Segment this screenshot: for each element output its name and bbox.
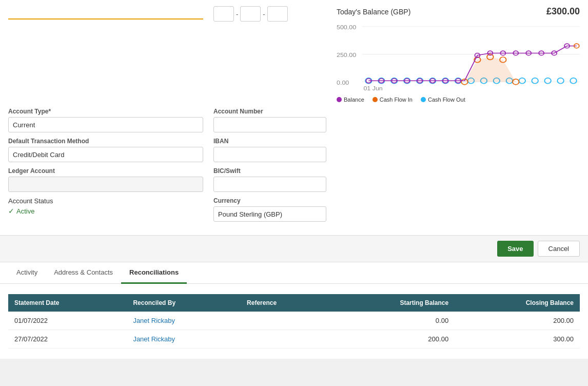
table-row: 01/07/2022 Janet Rickaby 0.00 200.00 (8, 312, 580, 330)
sort-code-part2[interactable] (240, 6, 261, 22)
svg-point-22 (570, 78, 576, 84)
statement-date-2: 27/07/2022 (8, 330, 127, 349)
iban-group: IBAN (213, 138, 326, 162)
tabs-bar: Activity Address & Contacts Reconciliati… (0, 262, 588, 284)
sort-code-dash2: - (263, 10, 265, 18)
starting-balance-1: 0.00 (328, 312, 455, 330)
tab-reconciliations[interactable]: Reconciliations (121, 262, 187, 284)
col-closing-balance: Closing Balance (455, 294, 580, 312)
reconciled-by-1: Janet Rickaby (127, 312, 241, 330)
svg-point-21 (557, 78, 563, 84)
reconciliations-content: Statement Date Reconciled By Reference S… (0, 284, 588, 359)
account-number-label: Account Number (213, 108, 326, 115)
svg-text:250.00: 250.00 (337, 52, 357, 58)
active-checkmark: ✓ (8, 207, 14, 215)
col-starting-balance: Starting Balance (328, 294, 455, 312)
legend-balance-label: Balance (344, 96, 364, 103)
account-number-group: Account Number (213, 108, 326, 132)
account-type-label: Account Type* (8, 108, 203, 115)
col-statement-date: Statement Date (8, 294, 127, 312)
sort-code-part1[interactable] (213, 6, 234, 22)
bic-swift-input[interactable] (213, 177, 326, 192)
bank-name-input[interactable]: Barclays (8, 6, 203, 20)
default-transaction-label: Default Transaction Method (8, 138, 203, 145)
reference-1 (241, 312, 328, 330)
svg-text:500.00: 500.00 (337, 24, 357, 30)
today-balance-value: £300.00 (546, 6, 580, 17)
legend-cashout-label: Cash Flow Out (428, 96, 465, 103)
currency-label: Currency (213, 197, 326, 204)
currency-group: Currency Pound Sterling (GBP) Euro (EUR)… (213, 197, 326, 222)
closing-balance-2: 300.00 (455, 330, 580, 349)
top-section: Barclays - - Today's Balance (GBP) £300.… (0, 0, 588, 236)
svg-text:0.00: 0.00 (337, 80, 349, 86)
legend-cashin-dot (373, 97, 378, 102)
col-reconciled-by: Reconciled By (127, 294, 241, 312)
legend-cashout-dot (421, 97, 426, 102)
bank-name-group: Barclays (8, 6, 203, 103)
reconciled-by-link-2[interactable]: Janet Rickaby (133, 335, 175, 343)
today-balance-label: Today's Balance (GBP) (337, 8, 410, 16)
account-type-select[interactable]: Current Savings Credit Card (8, 117, 203, 132)
bic-swift-label: BIC/Swift (213, 167, 326, 175)
spacer-right2 (337, 138, 580, 162)
ledger-account-group: Ledger Account 1490 (8, 167, 203, 192)
action-bar: Save Cancel (0, 236, 588, 262)
chart-legend: Balance Cash Flow In Cash Flow Out (337, 96, 580, 103)
table-body: 01/07/2022 Janet Rickaby 0.00 200.00 27/… (8, 312, 580, 349)
iban-input[interactable] (213, 147, 326, 162)
svg-marker-23 (464, 57, 516, 82)
reconciliations-table: Statement Date Reconciled By Reference S… (8, 294, 580, 349)
closing-balance-1: 200.00 (455, 312, 580, 330)
account-number-input[interactable] (213, 117, 326, 132)
sort-code-part3[interactable] (267, 6, 288, 22)
default-transaction-group: Default Transaction Method Credit/Debit … (8, 138, 203, 162)
svg-point-20 (544, 78, 551, 84)
spacer-right3 (337, 167, 580, 192)
table-row: 27/07/2022 Janet Rickaby 200.00 300.00 (8, 330, 580, 349)
table-header-row: Statement Date Reconciled By Reference S… (8, 294, 580, 312)
save-button[interactable]: Save (497, 241, 533, 257)
iban-label: IBAN (213, 138, 326, 145)
chart-area: Today's Balance (GBP) £300.00 500.00 250… (337, 6, 580, 103)
bic-swift-group: BIC/Swift (213, 167, 326, 192)
account-status-label: Account Status (8, 197, 203, 205)
sort-code-dash1: - (236, 10, 238, 18)
currency-select[interactable]: Pound Sterling (GBP) Euro (EUR) US Dolla… (213, 206, 326, 222)
tab-activity[interactable]: Activity (8, 262, 46, 284)
cancel-button[interactable]: Cancel (538, 241, 580, 257)
balance-chart: 500.00 250.00 0.00 (337, 21, 580, 93)
tab-address-contacts[interactable]: Address & Contacts (46, 262, 121, 284)
starting-balance-2: 200.00 (328, 330, 455, 349)
ledger-account-label: Ledger Account (8, 167, 203, 175)
spacer-right1 (337, 108, 580, 132)
statement-date-1: 01/07/2022 (8, 312, 127, 330)
account-type-group: Account Type* Current Savings Credit Car… (8, 108, 203, 132)
reconciled-by-2: Janet Rickaby (127, 330, 241, 349)
sort-code-group: - - (213, 6, 326, 103)
default-transaction-select[interactable]: Credit/Debit Card BACS Cash Cheque (8, 147, 203, 162)
svg-point-18 (519, 78, 525, 84)
svg-text:01 Jun: 01 Jun (363, 85, 382, 91)
col-reference: Reference (241, 294, 328, 312)
reference-2 (241, 330, 328, 349)
ledger-account-input: 1490 (8, 177, 203, 192)
spacer-right4 (337, 197, 580, 222)
legend-cashin-label: Cash Flow In (380, 96, 413, 103)
active-status-text: Active (16, 207, 34, 215)
reconciled-by-link-1[interactable]: Janet Rickaby (133, 317, 175, 324)
account-status-group: Account Status ✓ Active (8, 197, 203, 222)
svg-point-19 (532, 78, 538, 84)
legend-balance-dot (337, 97, 342, 102)
